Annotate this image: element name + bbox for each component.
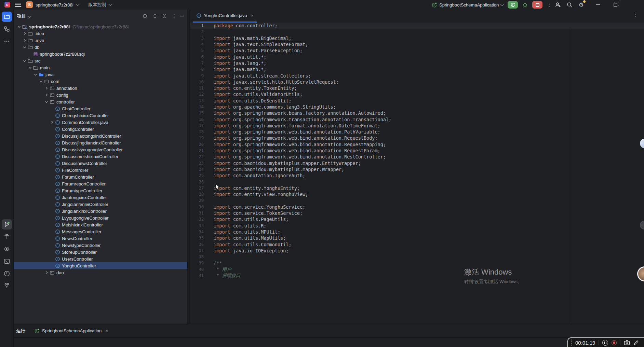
chevron-expanded-icon[interactable] [22,44,27,50]
panel-splitter[interactable] [187,10,190,324]
code-line-38[interactable]: 38 [190,254,644,260]
tree-item-chatcontroller[interactable]: CChatController [14,105,187,112]
tree-item-newscontroller[interactable]: CNewsController [14,235,187,242]
tool-run-button[interactable] [2,219,12,230]
code-line-1[interactable]: 1package com.controller; [190,23,644,29]
code-line-9[interactable]: 9import java.util.stream.Collectors; [190,72,644,79]
settings-button[interactable]: ⚙ [577,1,585,9]
code-line-7[interactable]: 7import java.lang.*; [190,60,644,66]
tree-item-storeupcontroller[interactable]: CStoreupController [14,249,187,255]
project-widget[interactable]: S springboote7z2r88l [26,1,79,8]
tree-item-db[interactable]: db [14,44,187,51]
code-line-32[interactable]: 32import com.utils.PageUtils; [190,216,644,222]
panel-options-icon[interactable]: ⋮ [172,14,175,18]
tool-build-button[interactable] [2,232,12,242]
tree-item-com[interactable]: com [14,78,187,85]
chevron-expanded-icon[interactable] [16,24,22,29]
tool-services-button[interactable] [2,244,12,254]
search-everywhere-button[interactable] [566,1,573,9]
close-tab-icon[interactable]: × [251,13,254,18]
tree-item-dao[interactable]: dao [14,269,187,276]
minimize-window-button[interactable] [594,1,602,9]
chevron-collapsed-icon[interactable] [49,120,55,125]
chevron-collapsed-icon[interactable] [44,92,49,98]
code-line-23[interactable]: 23import com.baomidou.mybatisplus.mapper… [190,160,644,166]
tool-version-control-button[interactable] [2,281,12,291]
code-line-37[interactable]: 37import java.io.IOException; [190,248,644,254]
chevron-collapsed-icon[interactable] [44,85,49,91]
restore-window-button[interactable] [612,1,619,9]
code-line-13[interactable]: 13import com.utils.DeSensUtil; [190,98,644,104]
hide-panel-icon[interactable] [180,16,184,16]
code-line-31[interactable]: 31import com.service.TokenService; [190,210,644,216]
screenshot-camera-icon[interactable] [624,340,630,345]
chevron-expanded-icon[interactable] [22,58,27,64]
code-line-11[interactable]: 11import com.entity.TokenEntity; [190,85,644,91]
code-line-35[interactable]: 35import com.utils.MapUtils; [190,235,644,241]
tree-item-commoncontroller-java[interactable]: CCommonController.java [14,119,187,126]
code-line-20[interactable]: 20import org.springframework.web.bind.an… [190,141,644,148]
tree-item-main[interactable]: main [14,64,187,71]
tree-item-meishixinxicontroller[interactable]: CMeishixinxiController [14,221,187,228]
code-editor[interactable]: 1package com.controller;23import java.ma… [190,23,644,324]
vcs-widget[interactable]: 版本控制 [89,2,112,8]
code-line-2[interactable]: 2 [190,29,644,35]
expand-all-icon[interactable] [152,13,157,19]
tree-item-filecontroller[interactable]: CFileController [14,167,187,174]
tree-item-springboote7z2r88l[interactable]: springboote7z2r88lG:\home\springboote7z2… [14,23,187,30]
code-line-16[interactable]: 16import org.springframework.transaction… [190,116,644,122]
code-line-15[interactable]: 15import org.springframework.beans.facto… [190,110,644,116]
code-line-19[interactable]: 19import org.springframework.web.bind.an… [190,135,644,141]
code-line-12[interactable]: 12import com.utils.ValidatorUtils; [190,91,644,97]
code-line-14[interactable]: 14import org.apache.commons.lang3.String… [190,104,644,110]
code-line-30[interactable]: 30import com.service.YonghuService; [190,204,644,210]
code-line-26[interactable]: 26 [190,179,644,185]
tree-item-userscontroller[interactable]: CUsersController [14,255,187,262]
tree-item-discussmeishixinxicontroller[interactable]: CDiscussmeishixinxiController [14,153,187,160]
drag-handle-icon[interactable] [571,339,572,346]
locate-target-icon[interactable] [142,13,148,19]
code-line-29[interactable]: 29 [190,197,644,204]
tree-item-discussnewscontroller[interactable]: CDiscussnewsController [14,160,187,167]
tool-problems-button[interactable] [2,268,12,279]
code-line-5[interactable]: 5import java.text.ParseException; [190,47,644,54]
chevron-expanded-icon[interactable] [38,79,44,84]
run-panel-label[interactable]: 运行 [16,328,25,334]
code-line-27[interactable]: 27import com.entity.YonghuEntity; [190,185,644,191]
record-icon[interactable] [612,340,617,345]
code-line-4[interactable]: 4import java.text.SimpleDateFormat; [190,41,644,47]
collapse-all-icon[interactable] [162,13,167,19]
tree-item-forumreportcontroller[interactable]: CForumreportController [14,180,187,187]
code-line-33[interactable]: 33import com.utils.R; [190,223,644,229]
stop-button[interactable] [532,1,542,9]
code-line-24[interactable]: 24import com.baomidou.mybatisplus.mapper… [190,166,644,172]
more-actions-menu[interactable]: ⋮ [547,3,550,6]
tree-item-discussjingdianxinxicontroller[interactable]: CDiscussjingdianxinxiController [14,139,187,146]
code-line-41[interactable]: 41 * 后端接口 [190,273,644,279]
code-line-3[interactable]: 3import java.math.BigDecimal; [190,35,644,41]
editor-tabs-menu-icon[interactable]: ⋮ [633,13,638,16]
tree-item--idea[interactable]: .idea [14,30,187,37]
code-line-6[interactable]: 6import java.util.*; [190,54,644,60]
tree-item-lvyougonglvecontroller[interactable]: CLvyougonglveController [14,214,187,221]
code-line-21[interactable]: 21import org.springframework.web.bind.an… [190,148,644,154]
tree-item-discussjiaotongxinxicontroller[interactable]: CDiscussjiaotongxinxiController [14,133,187,139]
tree-item--mvn[interactable]: .mvn [14,37,187,44]
tree-item-java[interactable]: java [14,71,187,78]
code-line-8[interactable]: 8import java.math.*; [190,66,644,72]
code-with-me-button[interactable] [554,1,562,9]
tree-item-newstypecontroller[interactable]: CNewstypeController [14,242,187,249]
tree-item-forumtypecontroller[interactable]: CForumtypeController [14,187,187,194]
chevron-expanded-icon[interactable] [27,65,33,70]
close-run-tab-icon[interactable]: × [105,328,108,333]
pencil-icon[interactable] [633,340,639,345]
code-line-17[interactable]: 17import org.springframework.format.anno… [190,123,644,129]
chevron-expanded-icon[interactable] [33,72,38,77]
tree-item-jingdianxinxicontroller[interactable]: CJingdianxinxiController [14,208,187,214]
tree-item-forumcontroller[interactable]: CForumController [14,174,187,180]
code-line-34[interactable]: 34import com.utils.MPUtil; [190,229,644,235]
tree-item-jiaotongxinxicontroller[interactable]: CJiaotongxinxiController [14,194,187,201]
tree-item-src[interactable]: src [14,57,187,64]
tree-item-springboote7z2r88l-sql[interactable]: springboote7z2r88l.sql [14,51,187,57]
tool-terminal-button[interactable] [2,256,12,266]
